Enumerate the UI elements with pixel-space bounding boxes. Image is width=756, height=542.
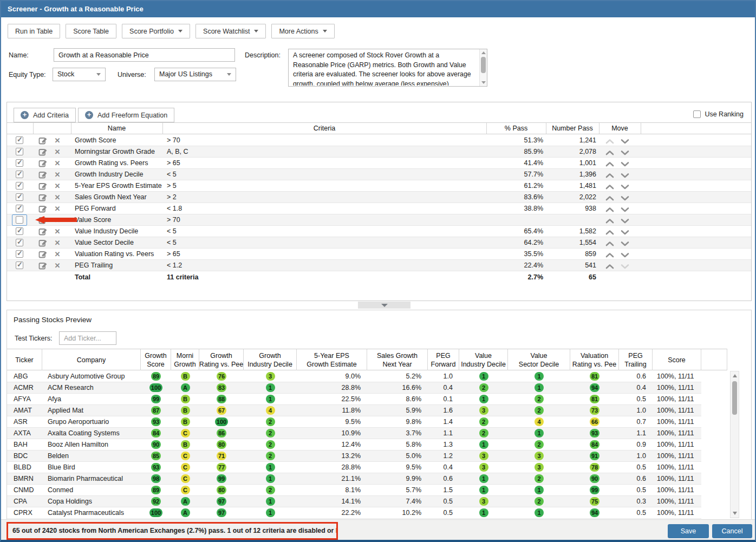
move-up-icon[interactable] xyxy=(605,229,614,237)
move-up-icon[interactable] xyxy=(605,161,614,168)
edit-icon[interactable] xyxy=(38,204,48,215)
edit-icon[interactable] xyxy=(38,170,48,181)
move-up-icon[interactable] xyxy=(605,172,614,180)
panel-splitter-handle[interactable] xyxy=(358,302,410,309)
edit-icon[interactable] xyxy=(38,159,48,169)
toolbar-button-more-actions[interactable]: More Actions xyxy=(271,24,334,38)
preview-col-header-pegf[interactable]: PEGForward xyxy=(428,349,459,370)
scroll-up-icon[interactable] xyxy=(481,51,486,54)
cell-pegt: 1.0 xyxy=(619,450,653,462)
criteria-enabled-checkbox[interactable] xyxy=(16,205,23,212)
preview-col-header-score[interactable]: Score xyxy=(653,349,701,370)
move-down-icon[interactable] xyxy=(621,184,629,191)
edit-icon[interactable] xyxy=(38,136,48,147)
move-down-icon[interactable] xyxy=(621,195,629,203)
move-up-icon[interactable] xyxy=(605,263,614,271)
scroll-up-icon[interactable] xyxy=(733,374,737,377)
edit-icon[interactable] xyxy=(38,250,48,260)
preview-col-header-gdecile[interactable]: GrowthIndustry Decile xyxy=(244,349,297,370)
checkbox-icon[interactable] xyxy=(693,110,701,118)
add-criteria-button[interactable]: + Add Criteria xyxy=(14,108,76,122)
move-down-icon[interactable] xyxy=(621,263,629,271)
toolbar-button-score-watchlist[interactable]: Score Watchlist xyxy=(195,24,266,38)
description-scrollbar[interactable] xyxy=(479,49,487,86)
remove-icon[interactable]: ✕ xyxy=(53,226,62,237)
preview-scrollbar[interactable] xyxy=(730,371,739,518)
move-down-icon[interactable] xyxy=(621,206,629,214)
preview-col-header-gscore[interactable]: GrowthScore xyxy=(141,349,171,370)
edit-icon[interactable] xyxy=(38,147,48,158)
move-up-icon[interactable] xyxy=(605,138,614,146)
remove-icon[interactable]: ✕ xyxy=(53,158,62,169)
move-up-icon[interactable] xyxy=(605,252,614,259)
add-freeform-equation-button[interactable]: + Add Freeform Equation xyxy=(78,108,174,122)
criteria-enabled-checkbox[interactable] xyxy=(16,159,23,167)
criteria-enabled-checkbox[interactable] xyxy=(16,148,23,155)
criteria-enabled-checkbox[interactable] xyxy=(16,193,23,201)
universe-select[interactable]: Major US Listings xyxy=(154,68,236,81)
criteria-enabled-checkbox[interactable] xyxy=(16,182,23,190)
edit-icon[interactable] xyxy=(38,238,48,249)
move-down-icon[interactable] xyxy=(621,240,629,248)
remove-icon[interactable]: ✕ xyxy=(53,135,62,146)
criteria-enabled-checkbox[interactable] xyxy=(16,262,23,269)
toolbar-button-run-in-table[interactable]: Run in Table xyxy=(8,24,60,38)
criteria-enabled-checkbox[interactable] xyxy=(16,239,23,246)
edit-icon[interactable] xyxy=(38,193,48,204)
scroll-down-icon[interactable] xyxy=(733,512,737,515)
name-input[interactable] xyxy=(54,48,235,62)
preview-col-header-grating[interactable]: GrowthRating vs. Pee xyxy=(199,349,244,370)
move-down-icon[interactable] xyxy=(621,149,629,157)
scroll-thumb[interactable] xyxy=(732,381,737,415)
move-up-icon[interactable] xyxy=(605,218,614,225)
edit-icon[interactable] xyxy=(38,227,48,238)
use-ranking-checkbox[interactable]: Use Ranking xyxy=(693,110,744,118)
preview-col-header-mstar[interactable]: MorniGrowth xyxy=(171,349,199,370)
cell-company: Catalyst Pharmaceuticals xyxy=(42,507,141,519)
move-down-icon[interactable] xyxy=(621,252,629,259)
move-up-icon[interactable] xyxy=(605,240,614,248)
remove-icon[interactable]: ✕ xyxy=(53,146,62,158)
preview-col-header-sales[interactable]: Sales GrowthNext Year xyxy=(367,349,428,370)
scroll-thumb[interactable] xyxy=(481,57,486,73)
preview-col-header-pegt[interactable]: PEGTrailing xyxy=(619,349,653,370)
toolbar-button-score-portfolio[interactable]: Score Portfolio xyxy=(122,24,190,38)
edit-icon[interactable] xyxy=(38,261,48,272)
remove-icon[interactable]: ✕ xyxy=(53,180,62,192)
move-down-icon[interactable] xyxy=(621,161,629,168)
remove-icon[interactable]: ✕ xyxy=(53,237,62,249)
move-down-icon[interactable] xyxy=(621,218,629,225)
description-textarea[interactable]: A screener composed of Stock Rover Growt… xyxy=(288,49,487,87)
cancel-button[interactable]: Cancel xyxy=(712,524,752,538)
equity-type-select[interactable]: Stock xyxy=(53,68,106,81)
save-button[interactable]: Save xyxy=(668,524,709,538)
remove-icon[interactable]: ✕ xyxy=(53,260,62,271)
preview-col-header-ticker[interactable]: Ticker xyxy=(7,349,42,370)
remove-icon[interactable]: ✕ xyxy=(53,249,62,260)
criteria-enabled-checkbox[interactable] xyxy=(16,171,23,178)
criteria-enabled-checkbox[interactable] xyxy=(16,136,23,144)
add-ticker-input[interactable] xyxy=(59,331,116,345)
move-down-icon[interactable] xyxy=(621,138,629,146)
criteria-enabled-checkbox[interactable] xyxy=(16,227,23,235)
remove-icon[interactable]: ✕ xyxy=(53,192,62,203)
preview-col-header-vind[interactable]: ValueIndustry Decile xyxy=(459,349,508,370)
move-down-icon[interactable] xyxy=(621,172,629,180)
move-up-icon[interactable] xyxy=(605,195,614,203)
preview-col-header-eps[interactable]: 5-Year EPSGrowth Estimate xyxy=(297,349,367,370)
scroll-down-icon[interactable] xyxy=(481,81,486,84)
remove-icon[interactable]: ✕ xyxy=(53,169,62,180)
edit-icon[interactable] xyxy=(38,181,48,192)
criteria-enabled-checkbox[interactable] xyxy=(16,250,23,258)
move-down-icon[interactable] xyxy=(621,229,629,237)
toolbar-button-score-table[interactable]: Score Table xyxy=(66,24,116,38)
move-up-icon[interactable] xyxy=(605,149,614,157)
remove-icon[interactable]: ✕ xyxy=(53,203,62,214)
move-up-icon[interactable] xyxy=(605,206,614,214)
move-up-icon[interactable] xyxy=(605,184,614,191)
preview-col-header-vrating[interactable]: ValuationRating vs. Pee xyxy=(570,349,619,370)
criteria-enabled-checkbox[interactable] xyxy=(16,216,23,224)
preview-col-header-vsec[interactable]: ValueSector Decile xyxy=(508,349,570,370)
preview-col-header-filler[interactable] xyxy=(701,349,727,370)
preview-col-header-company[interactable]: Company xyxy=(42,349,141,370)
